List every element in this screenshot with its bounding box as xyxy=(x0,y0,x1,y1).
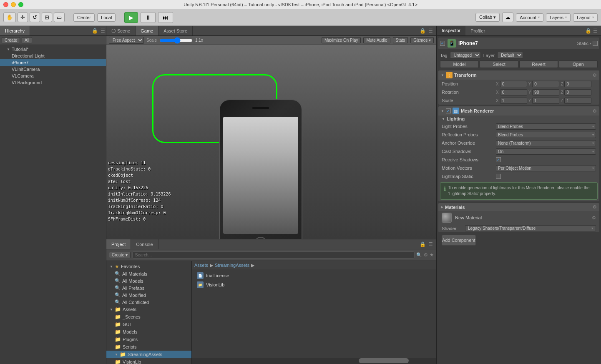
reflection-probes-dropdown[interactable]: Blend Probes ▾ xyxy=(496,132,596,138)
all-conflicted-item[interactable]: 🔍 All Conflicted xyxy=(106,299,191,306)
hand-tool-button[interactable]: ✋ xyxy=(3,13,16,22)
all-prefabs-item[interactable]: 🔍 All Prefabs xyxy=(106,284,191,291)
anchor-override-dropdown[interactable]: None (Transform) ▾ xyxy=(496,140,596,146)
hierarchy-item[interactable]: VLCamera xyxy=(0,73,106,79)
visionlib-item[interactable]: 📁 VisionLib xyxy=(106,358,191,364)
step-button[interactable]: ⏭ xyxy=(158,12,173,23)
shader-dropdown[interactable]: Legacy Shaders/Transparent/Diffuse ▾ xyxy=(465,225,596,231)
project-tab[interactable]: Project xyxy=(106,239,131,249)
project-create-button[interactable]: Create ▾ xyxy=(109,252,131,258)
rotation-z-input[interactable] xyxy=(564,89,591,95)
hierarchy-tab[interactable]: Hierarchy xyxy=(0,26,30,35)
cast-shadows-dropdown[interactable]: On ▾ xyxy=(496,148,596,155)
console-tab[interactable]: Console xyxy=(131,239,158,249)
gui-item[interactable]: 📁 GUI xyxy=(106,321,191,328)
position-x-input[interactable] xyxy=(500,81,527,87)
hierarchy-create-button[interactable]: Create xyxy=(2,37,20,43)
collab-button[interactable]: Collab ▾ xyxy=(475,13,500,22)
mesh-renderer-checkbox[interactable] xyxy=(446,108,451,113)
project-lock-icon[interactable]: 🔒 xyxy=(419,241,427,247)
scale-z-input[interactable] xyxy=(564,98,591,104)
rotation-y-input[interactable] xyxy=(532,89,559,95)
scenes-item[interactable]: 📁 _Scenes xyxy=(106,313,191,321)
materials-header[interactable]: ▶ Materials ⚙ xyxy=(438,203,599,211)
play-button[interactable]: ▶ xyxy=(124,12,138,23)
asset-item-visionlib[interactable]: 📁 VisionLib xyxy=(194,280,435,289)
stats-button[interactable]: Stats xyxy=(393,37,408,43)
viewport-lock-icon[interactable]: 🔒 xyxy=(419,28,427,34)
position-z-input[interactable] xyxy=(564,81,591,87)
inspector-menu-icon[interactable]: ☰ xyxy=(592,28,598,34)
project-menu-icon[interactable]: ☰ xyxy=(427,241,434,247)
open-button[interactable]: Open xyxy=(559,60,598,68)
inspector-lock-icon[interactable]: 🔒 xyxy=(585,28,591,34)
select-button[interactable]: Select xyxy=(480,60,518,68)
local-button[interactable]: Local xyxy=(97,13,116,22)
hierarchy-item[interactable]: ▼ Tutorial* xyxy=(0,46,106,53)
profiler-tab[interactable]: Profiler xyxy=(465,26,490,35)
cloud-button[interactable]: ☁ xyxy=(502,13,513,22)
object-active-checkbox[interactable] xyxy=(440,41,445,46)
light-probes-dropdown[interactable]: Blend Probes ▾ xyxy=(496,123,596,130)
rotate-tool-button[interactable]: ↺ xyxy=(30,13,40,22)
materials-settings-icon[interactable]: ⚙ xyxy=(593,204,597,210)
model-button[interactable]: Model xyxy=(440,60,479,68)
assets-root-item[interactable]: ▼ 📁 Assets xyxy=(106,306,191,313)
center-button[interactable]: Center xyxy=(73,13,95,22)
static-checkbox[interactable] xyxy=(593,41,598,46)
mesh-renderer-settings-icon[interactable]: ⚙ xyxy=(593,108,597,114)
aspect-select[interactable]: Free Aspect xyxy=(109,37,144,44)
all-models-item[interactable]: 🔍 All Models xyxy=(106,277,191,284)
mute-audio-button[interactable]: Mute Audio xyxy=(363,37,390,43)
gizmos-button[interactable]: Gizmos ▾ xyxy=(410,37,434,43)
breadcrumb-streaming-assets[interactable]: StreamingAssets xyxy=(215,263,249,268)
maximize-on-play-button[interactable]: Maximize On Play xyxy=(322,37,361,43)
pause-button[interactable]: ⏸ xyxy=(141,12,156,23)
plugins-item[interactable]: 📁 Plugins xyxy=(106,336,191,343)
receive-shadows-checkbox[interactable] xyxy=(496,157,501,162)
hierarchy-item[interactable]: VLInitCamera xyxy=(0,66,106,73)
hierarchy-lock-icon[interactable]: 🔒 xyxy=(91,28,99,34)
scale-y-input[interactable] xyxy=(532,98,559,104)
streaming-assets-item[interactable]: ▼ 📁 StreamingAssets xyxy=(106,351,191,358)
scale-slider[interactable] xyxy=(159,37,193,44)
layers-button[interactable]: Layers ▾ xyxy=(546,13,571,22)
viewport-menu-icon[interactable]: ☰ xyxy=(427,28,434,34)
account-button[interactable]: Account ▾ xyxy=(516,13,543,22)
rect-tool-button[interactable]: ▭ xyxy=(54,13,65,22)
add-component-button[interactable]: Add Component xyxy=(442,235,476,246)
asset-store-tab[interactable]: Asset Store xyxy=(158,26,193,35)
scale-tool-button[interactable]: ⊞ xyxy=(42,13,52,22)
minimize-button[interactable] xyxy=(11,2,16,7)
models-item[interactable]: 📁 Models xyxy=(106,328,191,336)
hierarchy-item[interactable]: Directional Light xyxy=(0,53,106,59)
asset-item-trial[interactable]: 📄 trialLicense xyxy=(194,271,435,280)
lightmap-static-checkbox[interactable] xyxy=(496,174,501,179)
motion-vectors-dropdown[interactable]: Per Object Motion ▾ xyxy=(496,165,596,171)
maximize-button[interactable] xyxy=(18,2,23,7)
rotation-x-input[interactable] xyxy=(500,89,527,95)
hierarchy-item[interactable]: VLBackground xyxy=(0,79,106,86)
hierarchy-item-iphone7[interactable]: iPhone7 xyxy=(0,59,106,66)
star-icon[interactable]: ★ xyxy=(430,252,434,258)
revert-button[interactable]: Revert xyxy=(519,60,558,68)
lighting-sub-header[interactable]: ▼ Lighting xyxy=(438,115,599,122)
transform-header[interactable]: ▼ ↕ Transform ⚙ xyxy=(438,70,599,80)
tag-select[interactable]: Untagged xyxy=(450,52,481,59)
all-materials-item[interactable]: 🔍 All Materials xyxy=(106,270,191,277)
scripts-item[interactable]: 📁 Scripts xyxy=(106,343,191,351)
layer-select[interactable]: Default xyxy=(497,52,523,59)
scale-x-input[interactable] xyxy=(500,98,527,104)
game-tab[interactable]: Game xyxy=(136,26,158,35)
layout-button[interactable]: Layout ▾ xyxy=(573,13,598,22)
all-modified-item[interactable]: 🔍 All Modified xyxy=(106,291,191,299)
scene-tab[interactable]: ⬡ Scene xyxy=(106,26,136,35)
breadcrumb-assets[interactable]: Assets xyxy=(194,263,208,268)
bottom-scrollbar[interactable] xyxy=(192,358,436,364)
inspector-tab[interactable]: Inspector xyxy=(437,26,465,35)
mesh-renderer-header[interactable]: ▼ ▦ Mesh Renderer ⚙ xyxy=(438,106,599,115)
transform-settings-icon[interactable]: ⚙ xyxy=(593,73,597,78)
filter-icon[interactable]: ⚙ xyxy=(424,252,428,258)
close-button[interactable] xyxy=(3,2,8,7)
hierarchy-menu-icon[interactable]: ☰ xyxy=(100,28,106,34)
